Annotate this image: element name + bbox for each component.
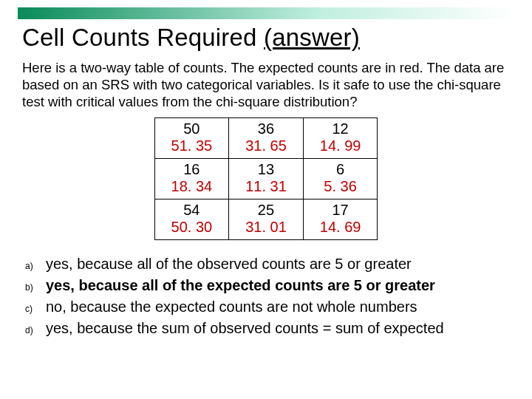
cell-r0c2: 1214. 99 — [303, 118, 378, 159]
intro-text: Here is a two-way table of counts. The e… — [22, 59, 510, 110]
accent-bar — [18, 7, 514, 19]
cell-r0c0: 5051. 35 — [154, 118, 229, 159]
table-row: 1618. 34 1311. 31 65. 36 — [154, 159, 378, 200]
option-c: c)no, because the expected counts are no… — [25, 296, 510, 318]
option-text: no, because the expected counts are not … — [46, 296, 417, 318]
slide-title: Cell Counts Required (answer) — [22, 24, 510, 52]
title-answer: (answer) — [264, 24, 360, 51]
cell-r2c1: 2531. 01 — [229, 200, 304, 240]
cell-r1c1: 1311. 31 — [229, 159, 304, 200]
option-text: yes, because all of the expected counts … — [46, 275, 435, 296]
option-a: a)yes, because all of the observed count… — [25, 253, 510, 275]
option-text: yes, because the sum of observed counts … — [46, 318, 444, 339]
slide-content: Cell Counts Required (answer) Here is a … — [0, 19, 532, 339]
option-d: d)yes, because the sum of observed count… — [25, 318, 510, 339]
cell-r0c1: 3631. 65 — [229, 118, 304, 159]
option-text: yes, because all of the observed counts … — [46, 253, 412, 275]
table-row: 5450. 30 2531. 01 1714. 69 — [154, 200, 378, 240]
cell-r2c0: 5450. 30 — [154, 200, 229, 240]
cell-r1c2: 65. 36 — [303, 159, 378, 200]
cell-r2c2: 1714. 69 — [303, 200, 378, 240]
table-row: 5051. 35 3631. 65 1214. 99 — [154, 118, 378, 159]
cell-r1c0: 1618. 34 — [154, 159, 229, 200]
option-b: b)yes, because all of the expected count… — [25, 275, 510, 296]
title-main: Cell Counts Required — [22, 24, 264, 51]
answer-options: a)yes, because all of the observed count… — [22, 253, 510, 339]
counts-table: 5051. 35 3631. 65 1214. 99 1618. 34 1311… — [154, 117, 378, 240]
